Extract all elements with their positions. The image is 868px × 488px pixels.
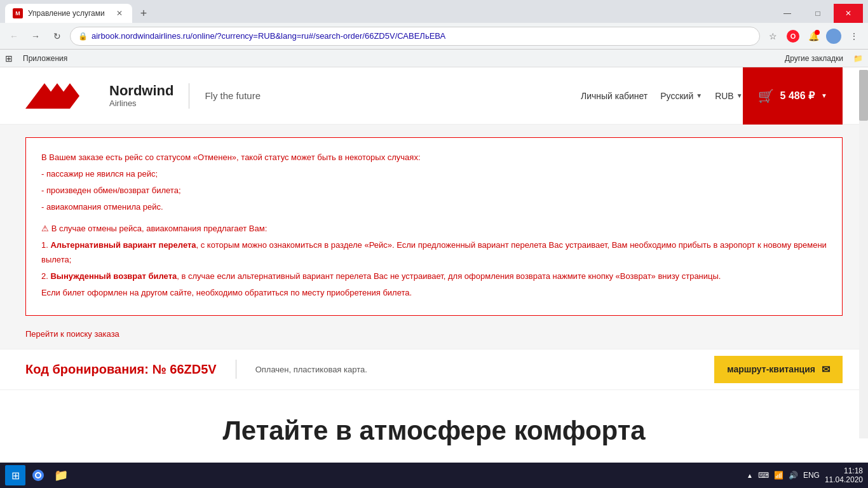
option2-bold: Вынужденный возврат билета [50,271,177,281]
back-button[interactable]: ← [5,27,23,45]
warning-section-title: ⚠ В случае отмены рейса, авиакомпания пр… [41,222,827,236]
option1-bold: Альтернативный вариант перелета [50,240,196,250]
booking-bar: Код бронирования: № 66ZD5V Оплачен, плас… [0,349,868,390]
currency-label: RUB [715,91,734,101]
windows-icon: ⊞ [11,470,20,482]
lock-icon: 🔒 [78,32,88,41]
receipt-button[interactable]: маршрут-квитанция ✉ [714,356,843,383]
cart-amount: 5 486 ₽ [780,90,815,102]
bookmarks-other[interactable]: Другие закладки [785,54,843,63]
taskbar-file-icon[interactable]: 📁 [51,465,71,485]
tab-title: Управление услугами [28,9,105,18]
opera-icon-btn[interactable]: O [784,27,802,45]
warning-footer-note: Если билет оформлен на другом сайте, нео… [41,286,827,300]
time-display: 11:18 [844,466,863,475]
warning-option2: 2. Вынужденный возврат билета, в случае … [41,269,827,283]
booking-status: Оплачен, пластиковая карта. [255,365,367,374]
logo-name: Nordwind [109,83,173,98]
lang-chevron-icon: ▼ [696,92,702,99]
cart-button[interactable]: 🛒 5 486 ₽ ▼ [743,67,843,125]
refresh-button[interactable]: ↻ [48,27,66,45]
warning-line4: - авиакомпания отменила рейс. [41,200,827,214]
url-text: airbook.nordwindairlines.ru/online/?curr… [92,31,752,41]
bookmarks-folder-icon: 📁 [853,54,863,63]
booking-divider [236,360,236,379]
address-bar[interactable]: 🔒 airbook.nordwindairlines.ru/online/?cu… [70,27,760,46]
booking-code: Код бронирования: № 66ZD5V [25,362,217,377]
keyboard-icon: ⌨ [758,471,769,480]
warning-box: В Вашем заказе есть рейс со статусом «От… [25,137,843,316]
warning-line3: - произведен обмен/возврат билета; [41,184,827,198]
window-close-btn[interactable]: ✕ [834,4,863,23]
lang-label: Русский [660,91,693,101]
apps-grid-icon: ⊞ [5,53,13,64]
browser-toolbar: ← → ↻ 🔒 airbook.nordwindairlines.ru/onli… [0,23,868,50]
toolbar-icons: ☆ O 🔔 ⋮ [764,27,863,45]
taskbar-clock: 11:18 11.04.2020 [825,466,863,484]
tab-close-btn[interactable]: ✕ [114,8,125,18]
warning-option1: 1. Альтернативный вариант перелета, с ко… [41,238,827,266]
profile-icon[interactable] [825,27,843,45]
header-divider [189,83,189,109]
bookmarks-apps[interactable]: Приложения [23,54,67,63]
currency-selector[interactable]: RUB ▼ [715,91,742,101]
language-selector[interactable]: Русский ▼ [660,91,702,101]
site-header: Nordwind Airlines Fly the future Личный … [0,67,868,125]
browser-window: M Управление услугами ✕ + — □ ✕ ← → ↻ 🔒 … [0,0,868,67]
warning-line1: В Вашем заказе есть рейс со статусом «От… [41,151,827,165]
start-button[interactable]: ⊞ [5,465,25,485]
forward-button[interactable]: → [27,27,44,45]
cart-icon: 🛒 [758,88,774,104]
bookmark-star-icon[interactable]: ☆ [764,27,782,45]
logo-text-area: Nordwind Airlines [109,83,173,108]
cart-chevron-icon: ▼ [821,92,827,99]
scrollbar[interactable] [859,70,868,438]
warning-triangle-icon: ⚠ [41,224,51,233]
taskbar-chrome-icon[interactable] [28,465,48,485]
browser-tab-active[interactable]: M Управление услугами ✕ [5,4,132,23]
warning-line2: - пассажир не явился на рейс; [41,167,827,181]
menu-icon[interactable]: ⋮ [845,27,863,45]
window-controls: — □ ✕ [773,4,863,23]
taskbar: ⊞ 📁 ▲ ⌨ 📶 🔊 ENG 11:18 11.04.2020 [0,463,868,488]
volume-icon: 🔊 [789,471,798,480]
page-content: Nordwind Airlines Fly the future Личный … [0,67,868,488]
nav-cabinet-link[interactable]: Личный кабинет [581,91,648,101]
new-tab-button[interactable]: + [135,4,153,22]
option2-rest: , в случае если альтернативный вариант п… [177,271,721,281]
warning-section: ⚠ В случае отмены рейса, авиакомпания пр… [41,222,827,299]
logo-area: Nordwind Airlines [25,77,173,115]
chrome-icon [32,469,44,482]
window-maximize-btn[interactable]: □ [803,4,832,23]
svg-point-5 [36,473,40,477]
logo-subtitle: Airlines [109,98,173,108]
receipt-label: маршрут-квитанция [727,364,815,374]
bookmarks-bar: ⊞ Приложения Другие закладки 📁 [0,50,868,67]
scrollbar-thumb[interactable] [859,70,868,121]
receipt-email-icon: ✉ [822,363,830,376]
promo-title: Летайте в атмосфере комфорта [25,416,843,446]
opera-logo: O [787,30,799,43]
header-nav: Личный кабинет Русский ▼ RUB ▼ [581,91,743,101]
currency-chevron-icon: ▼ [736,92,743,99]
date-display: 11.04.2020 [825,475,863,484]
user-avatar [826,29,841,44]
header-tagline: Fly the future [205,90,261,101]
tab-favicon: M [13,8,23,18]
taskbar-system-tray: ▲ ⌨ 📶 🔊 ENG 11:18 11.04.2020 [747,466,863,484]
network-icon: 📶 [774,471,783,480]
notification-icon[interactable]: 🔔 [804,27,822,45]
folder-icon: 📁 [54,468,68,482]
system-tray-chevron[interactable]: ▲ [747,472,753,479]
notif-badge [815,30,820,35]
order-search-link[interactable]: Перейти к поиску заказа [25,329,119,339]
logo-svg [25,77,102,115]
lang-indicator[interactable]: ENG [803,471,820,480]
window-minimize-btn[interactable]: — [773,4,802,23]
browser-titlebar: M Управление услугами ✕ + — □ ✕ [0,0,868,23]
